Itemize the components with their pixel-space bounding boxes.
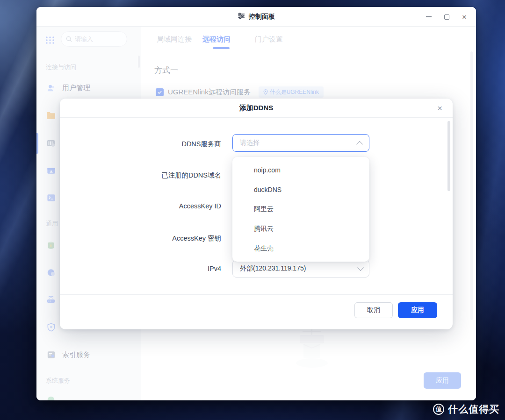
close-button[interactable]: × [461,14,468,20]
modal-title: 添加DDNS [239,104,274,113]
smzdm-watermark: 值 什么值得买 [433,403,499,416]
modal-close-icon[interactable]: × [437,99,442,118]
dropdown-option-aliyun[interactable]: 阿里云 [232,199,369,219]
maximize-icon [444,14,449,20]
ddns-domain-label: 已注册的DDNS域名 [60,171,221,180]
access-key-secret-label: AccessKey 密钥 [60,234,221,243]
chevron-down-icon [357,264,364,271]
dropdown-option-noip[interactable]: noip.com [232,160,369,180]
sliders-icon [238,12,245,21]
smzdm-logo-icon: 值 [433,404,444,415]
apply-button[interactable]: 应用 [398,302,437,318]
dropdown-option-oray[interactable]: 花生壳 [232,239,369,258]
access-key-id-label: AccessKey ID [60,202,221,210]
chevron-up-icon [356,141,363,148]
divider [60,294,453,295]
smzdm-watermark-text: 什么值得买 [448,403,499,416]
window-title: 控制面板 [249,13,275,21]
provider-dropdown: noip.com duckDNS 阿里云 腾讯云 花生壳 [232,157,369,262]
maximize-button[interactable] [443,14,450,20]
cancel-button[interactable]: 取消 [354,302,393,318]
minimize-icon [426,16,432,17]
add-ddns-modal: 添加DDNS × DDNS服务商 请选择 已注册的DDNS域名 AccessKe… [60,99,453,329]
ipv4-label: IPv4 [60,265,221,272]
ddns-provider-select[interactable]: 请选择 [232,134,369,152]
ddns-provider-label: DDNS服务商 [60,140,221,149]
dropdown-option-tencent[interactable]: 腾讯云 [232,219,369,239]
titlebar: 控制面板 × [36,7,476,27]
modal-scrollbar[interactable] [447,121,450,191]
dropdown-option-duckdns[interactable]: duckDNS [232,180,369,199]
ipv4-select[interactable]: 外部(120.231.119.175) [232,260,369,278]
minimize-button[interactable] [426,14,432,20]
control-panel-window: 控制面板 × [36,7,476,400]
